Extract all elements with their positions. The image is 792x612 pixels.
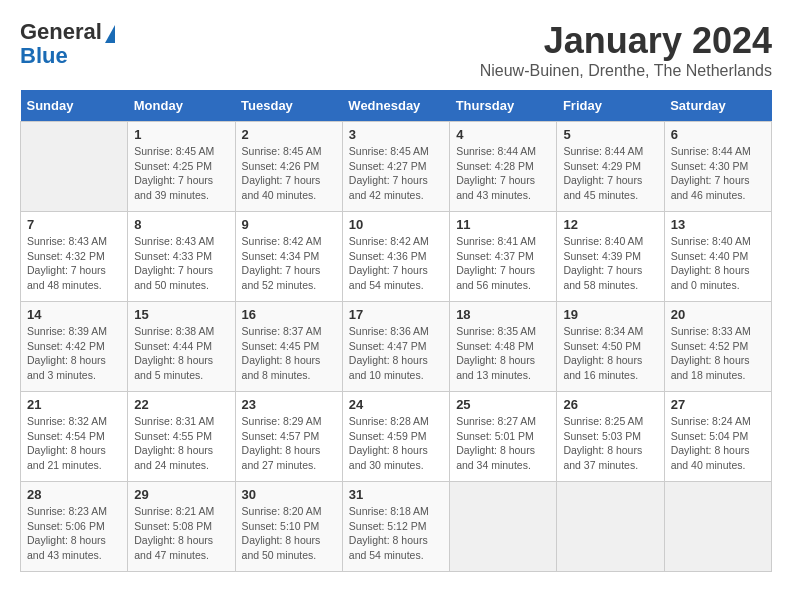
day-detail: Sunrise: 8:44 AMSunset: 4:29 PMDaylight:… bbox=[563, 144, 657, 203]
calendar-cell: 28Sunrise: 8:23 AMSunset: 5:06 PMDayligh… bbox=[21, 482, 128, 572]
calendar-cell: 20Sunrise: 8:33 AMSunset: 4:52 PMDayligh… bbox=[664, 302, 771, 392]
day-detail: Sunrise: 8:45 AMSunset: 4:27 PMDaylight:… bbox=[349, 144, 443, 203]
calendar-cell bbox=[21, 122, 128, 212]
calendar-cell bbox=[557, 482, 664, 572]
calendar-cell: 27Sunrise: 8:24 AMSunset: 5:04 PMDayligh… bbox=[664, 392, 771, 482]
day-number: 30 bbox=[242, 487, 336, 502]
day-detail: Sunrise: 8:45 AMSunset: 4:26 PMDaylight:… bbox=[242, 144, 336, 203]
day-detail: Sunrise: 8:43 AMSunset: 4:33 PMDaylight:… bbox=[134, 234, 228, 293]
location-title: Nieuw-Buinen, Drenthe, The Netherlands bbox=[480, 62, 772, 80]
day-number: 28 bbox=[27, 487, 121, 502]
day-number: 3 bbox=[349, 127, 443, 142]
day-number: 10 bbox=[349, 217, 443, 232]
day-number: 19 bbox=[563, 307, 657, 322]
day-detail: Sunrise: 8:20 AMSunset: 5:10 PMDaylight:… bbox=[242, 504, 336, 563]
calendar-cell: 24Sunrise: 8:28 AMSunset: 4:59 PMDayligh… bbox=[342, 392, 449, 482]
day-number: 11 bbox=[456, 217, 550, 232]
day-number: 1 bbox=[134, 127, 228, 142]
day-number: 27 bbox=[671, 397, 765, 412]
calendar-cell: 17Sunrise: 8:36 AMSunset: 4:47 PMDayligh… bbox=[342, 302, 449, 392]
month-title: January 2024 bbox=[480, 20, 772, 62]
logo-icon bbox=[105, 25, 115, 43]
day-detail: Sunrise: 8:36 AMSunset: 4:47 PMDaylight:… bbox=[349, 324, 443, 383]
header-row: Sunday Monday Tuesday Wednesday Thursday… bbox=[21, 90, 772, 122]
day-detail: Sunrise: 8:28 AMSunset: 4:59 PMDaylight:… bbox=[349, 414, 443, 473]
page-header: General Blue January 2024 Nieuw-Buinen, … bbox=[20, 20, 772, 80]
calendar-week-4: 28Sunrise: 8:23 AMSunset: 5:06 PMDayligh… bbox=[21, 482, 772, 572]
day-number: 21 bbox=[27, 397, 121, 412]
header-saturday: Saturday bbox=[664, 90, 771, 122]
calendar-body: 1Sunrise: 8:45 AMSunset: 4:25 PMDaylight… bbox=[21, 122, 772, 572]
day-detail: Sunrise: 8:34 AMSunset: 4:50 PMDaylight:… bbox=[563, 324, 657, 383]
header-friday: Friday bbox=[557, 90, 664, 122]
day-number: 2 bbox=[242, 127, 336, 142]
calendar-cell: 23Sunrise: 8:29 AMSunset: 4:57 PMDayligh… bbox=[235, 392, 342, 482]
day-detail: Sunrise: 8:44 AMSunset: 4:30 PMDaylight:… bbox=[671, 144, 765, 203]
logo: General Blue bbox=[20, 20, 115, 68]
calendar-cell: 19Sunrise: 8:34 AMSunset: 4:50 PMDayligh… bbox=[557, 302, 664, 392]
day-detail: Sunrise: 8:32 AMSunset: 4:54 PMDaylight:… bbox=[27, 414, 121, 473]
calendar-cell: 8Sunrise: 8:43 AMSunset: 4:33 PMDaylight… bbox=[128, 212, 235, 302]
day-detail: Sunrise: 8:23 AMSunset: 5:06 PMDaylight:… bbox=[27, 504, 121, 563]
day-number: 25 bbox=[456, 397, 550, 412]
day-number: 18 bbox=[456, 307, 550, 322]
day-number: 23 bbox=[242, 397, 336, 412]
calendar-cell: 12Sunrise: 8:40 AMSunset: 4:39 PMDayligh… bbox=[557, 212, 664, 302]
day-number: 16 bbox=[242, 307, 336, 322]
calendar-cell: 15Sunrise: 8:38 AMSunset: 4:44 PMDayligh… bbox=[128, 302, 235, 392]
day-number: 6 bbox=[671, 127, 765, 142]
day-number: 20 bbox=[671, 307, 765, 322]
calendar-cell: 30Sunrise: 8:20 AMSunset: 5:10 PMDayligh… bbox=[235, 482, 342, 572]
day-detail: Sunrise: 8:33 AMSunset: 4:52 PMDaylight:… bbox=[671, 324, 765, 383]
day-number: 22 bbox=[134, 397, 228, 412]
day-detail: Sunrise: 8:44 AMSunset: 4:28 PMDaylight:… bbox=[456, 144, 550, 203]
calendar-cell: 18Sunrise: 8:35 AMSunset: 4:48 PMDayligh… bbox=[450, 302, 557, 392]
calendar-cell: 25Sunrise: 8:27 AMSunset: 5:01 PMDayligh… bbox=[450, 392, 557, 482]
calendar-cell: 29Sunrise: 8:21 AMSunset: 5:08 PMDayligh… bbox=[128, 482, 235, 572]
header-wednesday: Wednesday bbox=[342, 90, 449, 122]
day-detail: Sunrise: 8:29 AMSunset: 4:57 PMDaylight:… bbox=[242, 414, 336, 473]
calendar-cell: 5Sunrise: 8:44 AMSunset: 4:29 PMDaylight… bbox=[557, 122, 664, 212]
logo-general-text: General bbox=[20, 19, 102, 44]
calendar-cell: 31Sunrise: 8:18 AMSunset: 5:12 PMDayligh… bbox=[342, 482, 449, 572]
day-number: 17 bbox=[349, 307, 443, 322]
calendar-cell: 21Sunrise: 8:32 AMSunset: 4:54 PMDayligh… bbox=[21, 392, 128, 482]
day-detail: Sunrise: 8:21 AMSunset: 5:08 PMDaylight:… bbox=[134, 504, 228, 563]
logo-blue-text: Blue bbox=[20, 43, 68, 68]
header-monday: Monday bbox=[128, 90, 235, 122]
calendar-cell: 7Sunrise: 8:43 AMSunset: 4:32 PMDaylight… bbox=[21, 212, 128, 302]
calendar-cell: 13Sunrise: 8:40 AMSunset: 4:40 PMDayligh… bbox=[664, 212, 771, 302]
calendar-header: Sunday Monday Tuesday Wednesday Thursday… bbox=[21, 90, 772, 122]
header-sunday: Sunday bbox=[21, 90, 128, 122]
day-detail: Sunrise: 8:42 AMSunset: 4:36 PMDaylight:… bbox=[349, 234, 443, 293]
day-detail: Sunrise: 8:25 AMSunset: 5:03 PMDaylight:… bbox=[563, 414, 657, 473]
day-number: 15 bbox=[134, 307, 228, 322]
day-detail: Sunrise: 8:27 AMSunset: 5:01 PMDaylight:… bbox=[456, 414, 550, 473]
day-number: 13 bbox=[671, 217, 765, 232]
calendar-cell: 4Sunrise: 8:44 AMSunset: 4:28 PMDaylight… bbox=[450, 122, 557, 212]
calendar-cell: 26Sunrise: 8:25 AMSunset: 5:03 PMDayligh… bbox=[557, 392, 664, 482]
day-detail: Sunrise: 8:40 AMSunset: 4:40 PMDaylight:… bbox=[671, 234, 765, 293]
day-detail: Sunrise: 8:38 AMSunset: 4:44 PMDaylight:… bbox=[134, 324, 228, 383]
calendar-cell: 22Sunrise: 8:31 AMSunset: 4:55 PMDayligh… bbox=[128, 392, 235, 482]
day-detail: Sunrise: 8:40 AMSunset: 4:39 PMDaylight:… bbox=[563, 234, 657, 293]
day-number: 26 bbox=[563, 397, 657, 412]
calendar-week-1: 7Sunrise: 8:43 AMSunset: 4:32 PMDaylight… bbox=[21, 212, 772, 302]
calendar-cell: 2Sunrise: 8:45 AMSunset: 4:26 PMDaylight… bbox=[235, 122, 342, 212]
day-detail: Sunrise: 8:41 AMSunset: 4:37 PMDaylight:… bbox=[456, 234, 550, 293]
day-number: 7 bbox=[27, 217, 121, 232]
calendar-cell: 6Sunrise: 8:44 AMSunset: 4:30 PMDaylight… bbox=[664, 122, 771, 212]
calendar-week-3: 21Sunrise: 8:32 AMSunset: 4:54 PMDayligh… bbox=[21, 392, 772, 482]
calendar-table: Sunday Monday Tuesday Wednesday Thursday… bbox=[20, 90, 772, 572]
day-number: 31 bbox=[349, 487, 443, 502]
day-detail: Sunrise: 8:45 AMSunset: 4:25 PMDaylight:… bbox=[134, 144, 228, 203]
day-detail: Sunrise: 8:43 AMSunset: 4:32 PMDaylight:… bbox=[27, 234, 121, 293]
day-number: 4 bbox=[456, 127, 550, 142]
day-number: 5 bbox=[563, 127, 657, 142]
calendar-week-0: 1Sunrise: 8:45 AMSunset: 4:25 PMDaylight… bbox=[21, 122, 772, 212]
calendar-cell bbox=[450, 482, 557, 572]
day-detail: Sunrise: 8:31 AMSunset: 4:55 PMDaylight:… bbox=[134, 414, 228, 473]
calendar-cell: 14Sunrise: 8:39 AMSunset: 4:42 PMDayligh… bbox=[21, 302, 128, 392]
day-detail: Sunrise: 8:24 AMSunset: 5:04 PMDaylight:… bbox=[671, 414, 765, 473]
calendar-cell: 16Sunrise: 8:37 AMSunset: 4:45 PMDayligh… bbox=[235, 302, 342, 392]
